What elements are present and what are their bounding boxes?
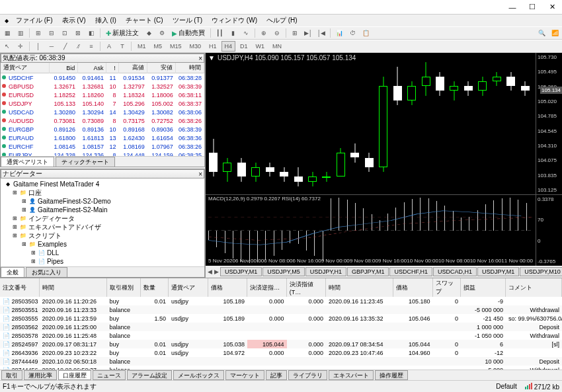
term-col[interactable]: 時間 — [39, 278, 106, 297]
timeframe-w1[interactable]: W1 — [253, 41, 268, 52]
term-col[interactable]: 決済逆指… — [247, 278, 286, 297]
menu-chart[interactable]: チャート (C) — [122, 15, 167, 26]
table-row[interactable]: 📄 286439362020.09.23 10:23:22buy0.01usdj… — [0, 348, 562, 357]
menu-view[interactable]: 表示 (V) — [58, 15, 90, 26]
mw-col[interactable]: Ask — [78, 63, 106, 73]
tab-symbol-list[interactable]: 通貨ペアリスト — [1, 157, 54, 167]
term-col[interactable]: 決済指値(T… — [286, 278, 325, 297]
term-tab[interactable]: アラーム設定 — [127, 370, 172, 380]
candles-icon[interactable]: ▮ — [227, 28, 239, 38]
navigator-icon[interactable]: ⊡ — [59, 28, 71, 38]
term-tab[interactable]: 操作履歴 — [375, 370, 408, 380]
mw-row[interactable]: USDCAD1.302801.30294141.304291.3008206:3… — [1, 108, 204, 116]
fibo-icon[interactable]: ≡ — [85, 41, 97, 52]
periods-icon[interactable]: ⏱ — [346, 28, 358, 38]
terminal-icon[interactable]: ⊠ — [72, 28, 84, 38]
tree-item[interactable]: ⊞👤GaitameFinest-S2-Demo — [2, 197, 203, 206]
term-col[interactable]: 時間 — [326, 278, 393, 297]
mw-col[interactable]: 高値 — [118, 63, 147, 73]
term-tab[interactable]: 記事 — [266, 370, 287, 380]
tree-item[interactable]: ⊞📁インディケータ — [2, 214, 203, 223]
menu-help[interactable]: ヘルプ (H) — [262, 15, 301, 26]
label-icon[interactable]: T — [116, 41, 128, 52]
chart-tab[interactable]: USDJPY,M10 (offline) — [520, 267, 562, 276]
menu-insert[interactable]: 挿入 (I) — [91, 15, 120, 26]
timeframe-h4[interactable]: H4 — [221, 41, 236, 52]
mw-row[interactable]: USDJPY105.133105.1407105.296105.00206:38… — [1, 99, 204, 108]
mw-col[interactable]: 通貨ペア — [1, 63, 50, 73]
text-icon[interactable]: A — [103, 41, 115, 52]
table-row[interactable]: 📄 285035622020.09.16 11:25:00balance1 00… — [0, 323, 562, 331]
tab-scroll-left-icon[interactable]: ◀ — [207, 266, 213, 277]
search-icon[interactable]: 🔍 — [536, 28, 547, 38]
market-watch-icon[interactable]: ⊞ — [32, 28, 44, 38]
maximize-button[interactable]: ☐ — [522, 1, 542, 14]
mw-row[interactable]: EURUSD1.182521.1826081.183241.1800606:38… — [1, 91, 204, 99]
chart-tab[interactable]: USDCHF,H1 — [389, 267, 432, 276]
table-row[interactable]: 📄 285035782020.09.16 11:25:48balance-1 0… — [0, 331, 562, 340]
mw-col[interactable]: 時間 — [175, 63, 204, 73]
tab-favorites[interactable]: お気に入り — [26, 267, 67, 277]
tree-item[interactable]: ⊞📄DLL — [2, 249, 203, 257]
mw-row[interactable]: EURJPY124.328124.3368124.448124.15906:38… — [1, 151, 204, 156]
chart-tab[interactable]: USDJPY,M1 — [477, 267, 519, 276]
term-col[interactable]: スワップ — [432, 278, 460, 297]
menu-window[interactable]: ウィンドウ (W) — [208, 15, 261, 26]
chart-tab[interactable]: USDJPY,M1 — [220, 267, 262, 276]
scroll-icon[interactable]: ▶│ — [302, 28, 314, 38]
term-tab[interactable]: ライブラリ — [288, 370, 327, 380]
term-tab[interactable]: 取引 — [1, 370, 22, 380]
tab-common[interactable]: 全般 — [1, 267, 24, 277]
term-tab[interactable]: 運用比率 — [24, 370, 57, 380]
strategy-tester-icon[interactable]: ◧ — [85, 28, 97, 38]
close-icon[interactable]: × — [198, 55, 202, 62]
term-tab[interactable]: 口座履歴 — [58, 370, 91, 380]
tree-item[interactable]: ⊞👤GaitameFinest-S2-Main — [2, 206, 203, 214]
cursor-icon[interactable]: ↖ — [1, 41, 13, 52]
term-col[interactable]: 価格 — [393, 278, 432, 297]
close-button[interactable]: ✕ — [542, 1, 562, 14]
chart-tab[interactable]: USDJPY,H1 — [305, 267, 346, 276]
templates-icon[interactable]: 📋 — [360, 28, 372, 38]
chart-tab[interactable]: USDCAD,H1 — [433, 267, 477, 276]
signal-icon[interactable]: 📶 — [549, 28, 561, 38]
autotrade-button[interactable]: ▶自動売買 — [169, 28, 208, 38]
term-tab[interactable]: メールボックス — [173, 370, 224, 380]
mw-row[interactable]: AUDUSD0.730810.7308980.731750.7275206:38… — [1, 116, 204, 125]
hline-icon[interactable]: ─ — [46, 41, 58, 52]
indicators-icon[interactable]: 📊 — [333, 28, 345, 38]
menu-tools[interactable]: ツール (T) — [169, 15, 207, 26]
timeframe-m1[interactable]: M1 — [134, 41, 149, 52]
profiles-icon[interactable]: ▥ — [15, 28, 26, 38]
term-tab[interactable]: エキスパート — [329, 370, 374, 380]
mw-col[interactable]: ! — [106, 63, 118, 73]
tree-item[interactable]: ⊞📁Examples — [2, 240, 203, 249]
term-col[interactable]: 通貨ペア — [169, 278, 208, 297]
table-row[interactable]: 📄 285245972020.09.17 08:31:17buy0.01usdj… — [0, 340, 562, 348]
chart-area[interactable]: ▼USDJPY,H4 105.090 105.157 105.057 105.1… — [206, 53, 562, 266]
shift-icon[interactable]: │◀ — [315, 28, 327, 38]
term-tab[interactable]: ニュース — [93, 370, 126, 380]
bars-icon[interactable]: ┃┃ — [214, 28, 225, 38]
mw-col[interactable]: Bid — [50, 63, 78, 73]
new-order-button[interactable]: ✚新規注文 — [103, 28, 141, 38]
line-icon[interactable]: ∿ — [240, 28, 252, 38]
tree-item[interactable]: ⊞📁エキスパートアドバイザ — [2, 223, 203, 231]
zoom-in-icon[interactable]: ⊕ — [258, 28, 270, 38]
term-col[interactable]: 数量 — [140, 278, 168, 297]
mw-col[interactable]: 安値 — [147, 63, 175, 73]
chart-tab[interactable]: USDJPY,M5 — [262, 267, 304, 276]
options-icon[interactable]: ⚙ — [156, 28, 168, 38]
crosshair-icon[interactable]: ✛ — [15, 41, 26, 52]
chart-tab[interactable]: GBPJPY,M1 — [347, 267, 389, 276]
mw-row[interactable]: EURCHF1.081451.08157121.081691.0796706:3… — [1, 142, 204, 151]
timeframe-m5[interactable]: M5 — [151, 41, 166, 52]
timeframe-m30[interactable]: M30 — [186, 41, 205, 52]
term-col[interactable]: 取引種別 — [106, 278, 140, 297]
mw-row[interactable]: EURAUD1.618001.61813131.624301.6165406:3… — [1, 134, 204, 142]
zoom-out-icon[interactable]: ⊖ — [271, 28, 283, 38]
timeframe-h1[interactable]: H1 — [206, 41, 220, 52]
timeframe-d1[interactable]: D1 — [237, 41, 251, 52]
table-row[interactable]: 📄 285035512020.09.16 11:23:33balance-5 0… — [0, 305, 562, 314]
tile-icon[interactable]: ⊞ — [289, 28, 301, 38]
